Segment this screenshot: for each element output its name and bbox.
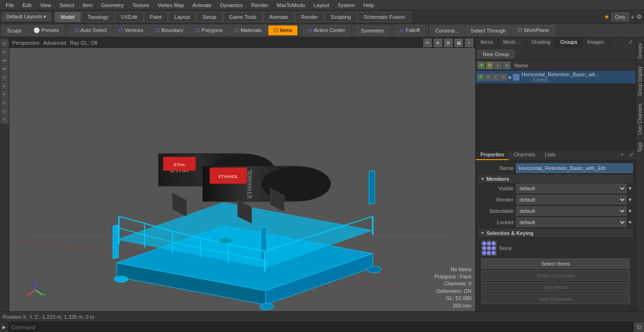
select-channels-button[interactable]: Select Channels <box>481 270 630 281</box>
tab-groups[interactable]: Groups <box>555 38 582 48</box>
menu-vertex-map[interactable]: Vertex Map <box>154 1 188 9</box>
lt-btn-9[interactable]: U <box>1 107 8 115</box>
command-run-button[interactable]: ⊡ <box>634 322 644 332</box>
group-lock[interactable]: L <box>493 74 499 81</box>
group-expand-icon[interactable]: ▶ <box>509 75 512 80</box>
viewport-fit-icon[interactable]: ⊞ <box>444 39 453 47</box>
command-input[interactable] <box>8 323 634 332</box>
lt-btn-4[interactable]: M <box>1 65 8 73</box>
symmetry-button[interactable]: Symmetry <box>355 26 389 35</box>
only-button[interactable]: Only <box>611 13 629 21</box>
star-icon[interactable]: ★ <box>604 13 610 20</box>
workplane-button[interactable]: ⬡ WorkPlane <box>512 25 554 35</box>
lt-btn-6[interactable]: E <box>1 82 8 89</box>
tab-model[interactable]: Model <box>55 12 81 22</box>
tab-shading[interactable]: Shading <box>527 38 555 48</box>
materials-button[interactable]: ⬡ Materials <box>229 25 267 35</box>
command-toggle[interactable]: ▶ <box>0 322 8 332</box>
menu-item[interactable]: Item <box>79 1 96 9</box>
sel-keying-section[interactable]: ▼ Selection & Keying <box>479 229 633 238</box>
menu-select[interactable]: Select <box>56 1 78 9</box>
vertices-button[interactable]: ⬡ Vertices <box>114 25 149 35</box>
group-visibility[interactable]: 👁 <box>478 74 484 81</box>
vert-tab-user-channels[interactable]: User Channels <box>636 100 644 138</box>
tab-animate[interactable]: Animate <box>263 12 294 22</box>
polygons-button[interactable]: ⬡ Polygons <box>190 25 228 35</box>
menu-animate[interactable]: Animate <box>189 1 215 9</box>
lt-btn-10[interactable]: F <box>1 116 8 123</box>
expand-icon[interactable]: ⤢ <box>626 38 636 48</box>
tab-lists[interactable]: Lists <box>540 150 561 160</box>
locked-select[interactable]: default <box>516 218 627 227</box>
tab-layout[interactable]: Layout <box>168 12 196 22</box>
key-items-button[interactable]: Key Items <box>481 282 630 292</box>
visible-dropdown-icon[interactable]: ▼ <box>627 186 633 191</box>
select-through-button[interactable]: Select Through <box>466 26 511 35</box>
selectable-dropdown-icon[interactable]: ▼ <box>627 208 633 214</box>
selectable-select[interactable]: default <box>516 206 627 216</box>
action-center-button[interactable]: ◎ Action Center <box>303 25 350 35</box>
menu-file[interactable]: File <box>2 1 18 9</box>
menu-geometry[interactable]: Geometry <box>97 1 127 9</box>
viewport-maximize-icon[interactable]: ⤢ <box>465 39 473 47</box>
menu-render[interactable]: Render <box>248 1 272 9</box>
viewport-orbit-icon[interactable]: ⟳ <box>423 39 432 47</box>
tab-channels[interactable]: Channels <box>509 150 540 160</box>
tab-paint[interactable]: Paint <box>144 12 168 22</box>
lt-btn-2[interactable]: D <box>1 48 8 56</box>
tab-topology[interactable]: Topology <box>81 12 114 22</box>
layout-selector[interactable]: Default Layouts ▾ <box>2 12 51 21</box>
settings-toggle-header[interactable]: S <box>503 62 511 69</box>
new-group-button[interactable]: New Group <box>478 50 514 58</box>
render-toggle-header[interactable]: R <box>486 62 494 69</box>
plus-button[interactable]: + <box>631 13 635 21</box>
settings-icon[interactable]: ⚙ <box>636 13 642 20</box>
sculpt-button[interactable]: Sculpt <box>2 26 27 35</box>
visible-select[interactable]: default <box>516 184 627 193</box>
menu-layout[interactable]: Layout <box>310 1 333 9</box>
render-dropdown-icon[interactable]: ▼ <box>627 197 633 202</box>
select-items-button[interactable]: Select Items <box>481 259 630 269</box>
presets-button[interactable]: ⚪ Presets <box>28 25 64 35</box>
lt-btn-1[interactable]: D <box>1 40 8 47</box>
members-section[interactable]: ▼ Members <box>479 175 633 184</box>
vert-tab-group-display[interactable]: Group Display <box>636 63 644 100</box>
menu-system[interactable]: System <box>334 1 359 9</box>
tab-properties[interactable]: Properties <box>476 150 509 160</box>
group-settings[interactable]: S <box>500 74 507 81</box>
tab-schematic[interactable]: Schematic Fusion <box>357 12 411 22</box>
viewport-camera-icon[interactable]: ▦ <box>454 39 463 47</box>
lt-btn-7[interactable]: P <box>1 90 8 98</box>
props-add-button[interactable]: + <box>617 150 627 160</box>
lt-btn-5[interactable]: V <box>1 73 8 81</box>
menu-texture[interactable]: Texture <box>129 1 153 9</box>
menu-maxtomodo[interactable]: MaxToModo <box>273 1 309 9</box>
props-expand-icon[interactable]: ⤢ <box>627 150 636 160</box>
menu-dynamics[interactable]: Dynamics <box>216 1 247 9</box>
tab-mesh[interactable]: Mesh ... <box>498 38 527 48</box>
key-channels-button[interactable]: Key Channels <box>481 294 630 304</box>
tab-render[interactable]: Render <box>295 12 324 22</box>
falloff-button[interactable]: ◎ Falloff <box>395 25 425 35</box>
tab-images[interactable]: Images <box>582 38 609 48</box>
tab-setup[interactable]: Setup <box>197 12 223 22</box>
menu-view[interactable]: View <box>36 1 55 9</box>
vert-tab-groups[interactable]: Groups <box>636 40 644 63</box>
lt-btn-8[interactable]: C <box>1 99 8 106</box>
menu-help[interactable]: Help <box>360 1 378 9</box>
lock-toggle-header[interactable]: L <box>495 62 502 69</box>
viewport-zoom-icon[interactable]: ⊕ <box>434 39 442 47</box>
tab-items[interactable]: Items <box>476 38 498 48</box>
lt-btn-3[interactable]: M <box>1 57 8 64</box>
boundary-button[interactable]: ⬡ Boundary <box>150 25 189 35</box>
tab-scripting[interactable]: Scripting <box>325 12 357 22</box>
visibility-toggle-header[interactable]: 👁 <box>478 62 485 69</box>
render-select[interactable]: default <box>516 195 627 204</box>
group-item[interactable]: 👁 R L S ▶ Horizontal_Retention_Basin_wit… <box>476 71 636 84</box>
items-button[interactable]: ⬡ Items <box>268 25 297 35</box>
vert-tab-tags[interactable]: Tags <box>636 138 644 156</box>
auto-select-button[interactable]: ⬡ Auto Select <box>69 25 112 35</box>
tab-uvedit[interactable]: UVEdit <box>115 12 143 22</box>
locked-dropdown-icon[interactable]: ▼ <box>627 219 633 225</box>
menu-edit[interactable]: Edit <box>19 1 35 9</box>
